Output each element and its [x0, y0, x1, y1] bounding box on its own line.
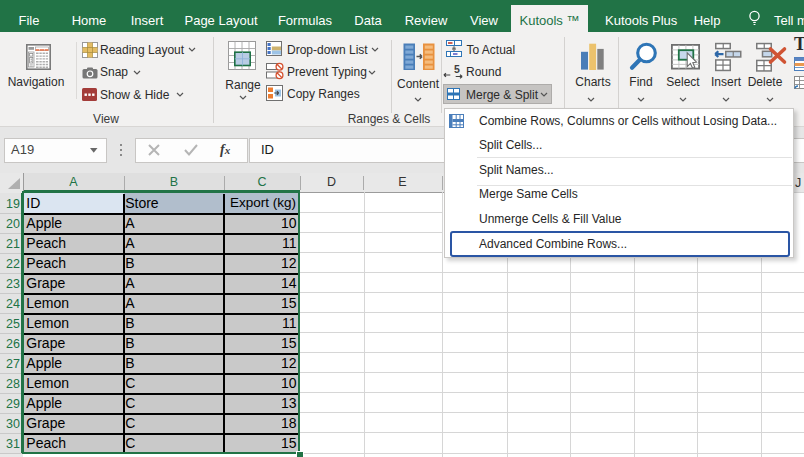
svg-text:5: 5: [454, 63, 460, 75]
